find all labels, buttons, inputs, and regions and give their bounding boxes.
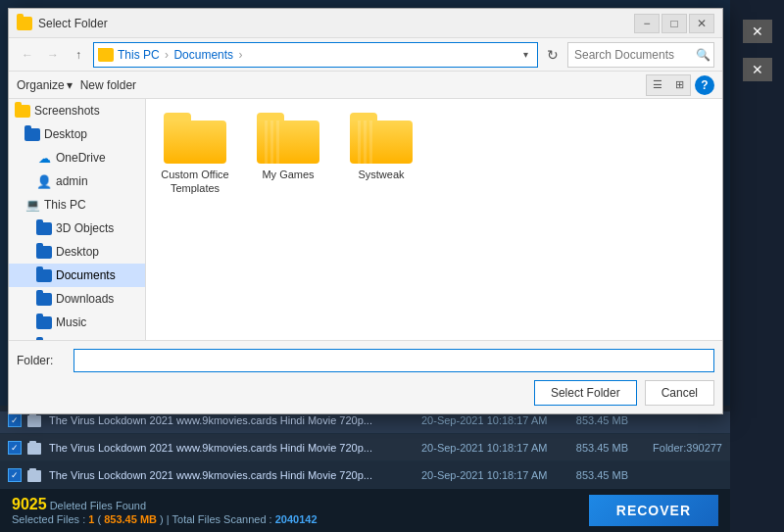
- refresh-button[interactable]: ↻: [542, 44, 564, 66]
- row-size-1: 853.45 MB: [555, 414, 628, 426]
- sidebar-item-3dobjects[interactable]: 3D Objects: [9, 217, 145, 240]
- view-icons-group: ☰ ⊞: [646, 74, 691, 96]
- folder-item-custom-office[interactable]: Custom Office Templates: [156, 109, 234, 200]
- dialog-title: Select Folder: [38, 17, 108, 30]
- back-button[interactable]: ←: [17, 44, 38, 66]
- organize-label: Organize: [17, 78, 65, 92]
- total-label: | Total Files Scanned :: [167, 513, 275, 525]
- address-toolbar: ← → ↑ This PC › Documents › ▾ ↻ 🔍: [9, 38, 722, 72]
- svg-rect-4: [27, 470, 41, 482]
- sidebar-item-music[interactable]: Music: [9, 311, 145, 334]
- dialog-sidebar: Screenshots Desktop ☁ OneDrive 👤: [9, 99, 146, 340]
- row-filename-2: The Virus Lockdown 2021 www.9kmovies.car…: [49, 442, 416, 454]
- table-row[interactable]: The Virus Lockdown 2021 www.9kmovies.car…: [0, 434, 730, 461]
- documents-icon: [36, 268, 52, 282]
- file-icon-2: [27, 441, 43, 455]
- status-text: 9025 Deleted Files Found Selected Files …: [12, 496, 318, 525]
- sidebar-label-pictures: Pictures: [56, 339, 98, 340]
- sidebar-label-documents: Documents: [56, 268, 116, 282]
- admin-icon: 👤: [36, 174, 52, 188]
- svg-rect-0: [27, 415, 41, 427]
- folder-label-systweak: Systweak: [358, 168, 404, 181]
- svg-rect-2: [27, 443, 41, 455]
- up-button[interactable]: ↑: [68, 44, 89, 66]
- selected-size-parens: (: [97, 513, 101, 525]
- view-list-icon[interactable]: ☰: [647, 75, 668, 95]
- row-checkbox-1[interactable]: [8, 413, 22, 427]
- sidebar-label-screenshots: Screenshots: [34, 104, 100, 118]
- sidebar-label-3dobjects: 3D Objects: [56, 221, 114, 235]
- minimize-button[interactable]: −: [634, 14, 660, 33]
- dialog-titlebar: Select Folder − □ ✕: [9, 9, 722, 38]
- search-icon[interactable]: 🔍: [696, 48, 710, 62]
- address-path: This PC › Documents ›: [118, 48, 514, 62]
- select-folder-dialog: Select Folder − □ ✕ ← → ↑ This PC › Docu…: [8, 8, 723, 414]
- folder-icon: [17, 17, 32, 30]
- total-count: 2040142: [275, 513, 318, 525]
- sidebar-item-downloads[interactable]: Downloads: [9, 287, 145, 311]
- forward-button[interactable]: →: [42, 44, 64, 66]
- desktop1-icon: [24, 127, 40, 141]
- folder-icon-my-games: [257, 113, 319, 164]
- help-button[interactable]: ?: [695, 75, 714, 95]
- right-close-btn-1[interactable]: ✕: [743, 20, 772, 43]
- sidebar-item-desktop2[interactable]: Desktop: [9, 240, 145, 264]
- organize-button[interactable]: Organize ▾: [17, 78, 73, 92]
- row-date-3: 20-Sep-2021 10:18:17 AM: [421, 469, 549, 481]
- sidebar-label-admin: admin: [56, 174, 88, 188]
- file-rows-container: The Virus Lockdown 2021 www.9kmovies.car…: [0, 406, 730, 489]
- secondary-toolbar: Organize ▾ New folder ☰ ⊞ ?: [9, 72, 722, 99]
- sidebar-label-thispc: This PC: [44, 198, 86, 212]
- sidebar-item-thispc[interactable]: 💻 This PC: [9, 193, 145, 217]
- folder-input[interactable]: [74, 349, 714, 372]
- row-date-1: 20-Sep-2021 10:18:17 AM: [421, 414, 549, 426]
- downloads-icon: [36, 292, 52, 306]
- svg-rect-3: [29, 441, 36, 444]
- cancel-button[interactable]: Cancel: [645, 380, 714, 406]
- address-this-pc[interactable]: This PC: [118, 48, 160, 62]
- folder-item-my-games[interactable]: My Games: [249, 109, 327, 185]
- pictures-icon: [36, 339, 52, 340]
- sidebar-item-desktop1[interactable]: Desktop: [9, 122, 145, 146]
- row-checkbox-3[interactable]: [8, 468, 22, 482]
- sidebar-item-screenshots[interactable]: Screenshots: [9, 99, 145, 122]
- organize-dropdown-icon: ▾: [67, 78, 73, 92]
- sidebar-item-documents[interactable]: Documents: [9, 264, 145, 287]
- sidebar-item-onedrive[interactable]: ☁ OneDrive: [9, 146, 145, 169]
- address-documents[interactable]: Documents: [173, 48, 233, 62]
- selected-count: 1: [88, 513, 94, 525]
- right-close-btn-2[interactable]: ✕: [743, 58, 772, 81]
- thispc-icon: 💻: [24, 198, 40, 212]
- dialog-controls: − □ ✕: [634, 14, 714, 33]
- sidebar-label-onedrive: OneDrive: [56, 151, 106, 165]
- new-folder-button[interactable]: New folder: [80, 78, 136, 92]
- folder-item-systweak[interactable]: Systweak: [342, 109, 420, 185]
- row-checkbox-2[interactable]: [8, 441, 22, 455]
- folder-input-label: Folder:: [17, 354, 66, 367]
- address-bar[interactable]: This PC › Documents › ▾: [93, 42, 538, 68]
- select-folder-button[interactable]: Select Folder: [534, 380, 637, 406]
- row-filename-1: The Virus Lockdown 2021 www.9kmovies.car…: [49, 414, 416, 426]
- search-input[interactable]: [567, 42, 714, 68]
- dialog-files-area: Custom Office Templates My Games: [146, 99, 722, 340]
- row-filename-3: The Virus Lockdown 2021 www.9kmovies.car…: [49, 469, 416, 481]
- 3dobjects-icon: [36, 221, 52, 235]
- address-folder-icon: [98, 48, 114, 62]
- view-grid-icon[interactable]: ⊞: [668, 75, 690, 95]
- file-icon-3: [27, 468, 43, 482]
- svg-rect-5: [29, 468, 36, 471]
- desktop2-icon: [36, 245, 52, 259]
- row-size-3: 853.45 MB: [555, 469, 628, 481]
- recover-button[interactable]: RECOVER: [589, 495, 718, 526]
- close-button[interactable]: ✕: [689, 14, 714, 33]
- sidebar-item-pictures[interactable]: Pictures: [9, 334, 145, 340]
- deleted-count: 9025: [12, 496, 47, 512]
- table-row[interactable]: The Virus Lockdown 2021 www.9kmovies.car…: [0, 461, 730, 489]
- selected-size: 853.45 MB: [104, 513, 157, 525]
- selected-size-close: ): [160, 513, 167, 525]
- sidebar-item-admin[interactable]: 👤 admin: [9, 169, 145, 193]
- address-dropdown-btn[interactable]: ▾: [517, 49, 533, 60]
- row-date-2: 20-Sep-2021 10:18:17 AM: [421, 442, 549, 454]
- toolbar2-right: ☰ ⊞ ?: [646, 74, 714, 96]
- maximize-button[interactable]: □: [662, 14, 687, 33]
